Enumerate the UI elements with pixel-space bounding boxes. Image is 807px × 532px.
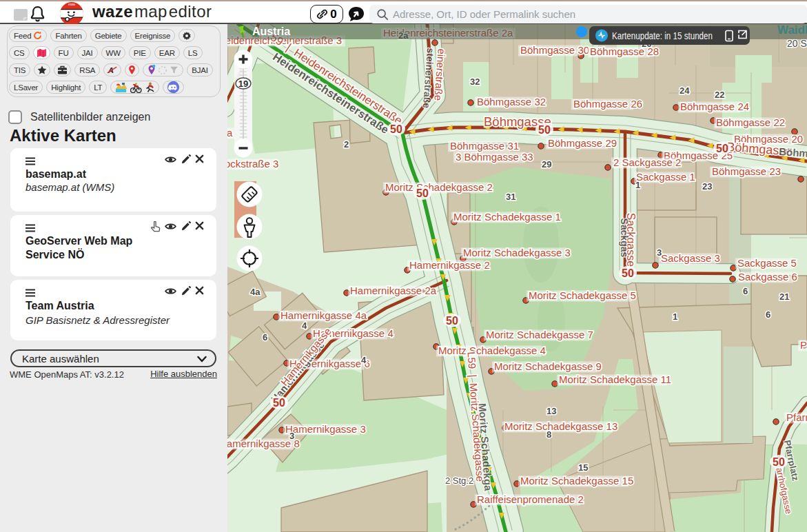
svg-text:Moritz Schadekgasse 15: Moritz Schadekgasse 15 — [520, 475, 633, 487]
svg-text:Moritz Schadekgasse 7: Moritz Schadekgasse 7 — [486, 329, 593, 340]
svg-text:Sackgasse 1: Sackgasse 1 — [636, 171, 695, 183]
svg-text:2: 2 — [344, 139, 349, 150]
svg-text:23: 23 — [702, 181, 712, 192]
svg-text:Raiffeisenpromenade 2: Raiffeisenpromenade 2 — [477, 493, 584, 505]
svg-text:Böhmgasse 29: Böhmgasse 29 — [548, 137, 617, 149]
svg-text:20 St: 20 St — [787, 38, 807, 49]
svg-text:3: 3 — [289, 431, 294, 441]
svg-text:50: 50 — [416, 187, 429, 199]
svg-text:Moritz Schadekgasse 1: Moritz Schadekgasse 1 — [453, 211, 561, 223]
svg-text:22: 22 — [715, 90, 724, 100]
svg-text:Böhmgasse 32: Böhmgasse 32 — [477, 96, 546, 108]
svg-text:Hamernikgasse 3: Hamernikgasse 3 — [285, 423, 366, 435]
svg-text:Böhm: Böhm — [779, 145, 807, 159]
svg-text:1: 1 — [673, 311, 677, 322]
svg-text:50: 50 — [538, 124, 551, 136]
svg-text:29: 29 — [542, 159, 551, 170]
svg-text:Pfarrg: Pfarrg — [800, 339, 807, 351]
svg-text:Böhmgasse 31: Böhmgasse 31 — [450, 140, 519, 152]
svg-text:Moritz Schadekgasse 9: Moritz Schadekgasse 9 — [494, 360, 602, 372]
svg-text:2 Stg.2: 2 Stg.2 — [445, 475, 473, 486]
svg-text:Pfarrhofgasse: Pfarrhofgasse — [786, 411, 807, 423]
svg-text:50: 50 — [716, 143, 728, 154]
svg-text:50: 50 — [273, 397, 285, 409]
svg-text:Moritz Schadekgasse 3: Moritz Schadekgasse 3 — [463, 247, 571, 258]
svg-text:Austria: Austria — [252, 25, 290, 37]
svg-text:8: 8 — [546, 429, 551, 440]
svg-text:Hamernikgasse 2a: Hamernikgasse 2a — [350, 285, 437, 296]
svg-text:21: 21 — [779, 291, 789, 302]
svg-text:ra: ra — [227, 127, 233, 139]
svg-text:Böhmgasse 30: Böhmgasse 30 — [520, 44, 589, 56]
svg-text:Bockstraße 3: Bockstraße 3 — [227, 158, 278, 170]
svg-text:Moritz Schadekgasse 4: Moritz Schadekgasse 4 — [438, 345, 546, 356]
svg-text:50: 50 — [446, 315, 458, 327]
svg-text:6: 6 — [263, 332, 267, 342]
svg-text:32: 32 — [470, 76, 480, 87]
svg-text:24: 24 — [680, 85, 690, 96]
svg-text:6: 6 — [766, 309, 770, 320]
svg-text:1: 1 — [635, 180, 640, 190]
svg-text:2 Sackgasse 2: 2 Sackgasse 2 — [613, 156, 681, 168]
svg-text:Sackgasse 6: Sackgasse 6 — [738, 271, 797, 283]
svg-text:3 Böhmgasse 33: 3 Böhmgasse 33 — [456, 151, 533, 163]
svg-text:50: 50 — [773, 456, 785, 468]
svg-text:Sackgasse 3: Sackgasse 3 — [661, 252, 720, 264]
svg-text:Böhmgasse 24: Böhmgasse 24 — [680, 101, 749, 112]
svg-text:Hamernikgasse 2: Hamernikgasse 2 — [409, 259, 490, 271]
svg-text:13: 13 — [546, 406, 556, 416]
svg-text:50: 50 — [390, 123, 402, 135]
svg-text:50: 50 — [622, 267, 634, 279]
svg-text:Böhmgasse 26: Böhmgasse 26 — [573, 98, 642, 110]
svg-text:19: 19 — [238, 79, 248, 89]
svg-text:Hamernikgasse 8: Hamernikgasse 8 — [227, 438, 300, 449]
svg-text:Böhmgasse 22: Böhmgasse 22 — [716, 116, 785, 128]
svg-text:Moritz Schadekgasse 2: Moritz Schadekgasse 2 — [385, 181, 493, 193]
svg-text:A: A — [108, 66, 114, 74]
svg-text:Moritz Schadekgasse 13: Moritz Schadekgasse 13 — [504, 420, 617, 432]
svg-text:4: 4 — [302, 320, 307, 331]
svg-text:Böhmgasse 23: Böhmgasse 23 — [712, 165, 781, 177]
svg-text:Sackgasse 5: Sackgasse 5 — [737, 257, 797, 269]
svg-text:3: 3 — [657, 247, 662, 258]
svg-text:Moritz Schadekgasse 5: Moritz Schadekgasse 5 — [529, 289, 636, 301]
svg-text:Sackgas: Sackgas — [619, 218, 630, 258]
svg-text:4a: 4a — [250, 287, 261, 297]
svg-text:Kartenupdate: in 15 stunden: Kartenupdate: in 15 stunden — [612, 30, 713, 41]
svg-text:Moritz Schadekgasse 11: Moritz Schadekgasse 11 — [559, 374, 671, 385]
svg-text:6°220#: 6°220# — [68, 3, 75, 6]
svg-text:6: 6 — [743, 286, 748, 296]
svg-text:Hamernikgasse 4a: Hamernikgasse 4a — [280, 309, 367, 321]
svg-text:15: 15 — [578, 462, 588, 473]
svg-text:31: 31 — [506, 192, 515, 202]
svg-text:4: 4 — [361, 355, 367, 365]
